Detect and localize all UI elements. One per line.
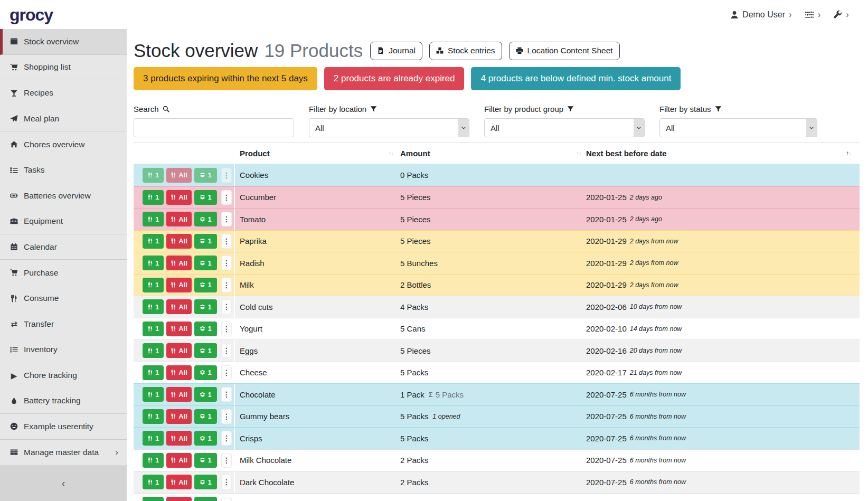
column-header-next-best-before-date[interactable]: Next best before date ↑↓: [581, 143, 860, 164]
sidebar-item-battery-tracking[interactable]: Battery tracking: [0, 388, 127, 414]
consume-all-button[interactable]: All: [166, 343, 192, 358]
sidebar-item-manage-master-data[interactable]: Manage master data›: [0, 440, 127, 466]
sidebar-collapse-button[interactable]: ‹: [0, 465, 127, 501]
row-menu-button[interactable]: ⋮: [221, 212, 232, 226]
consume-one-button[interactable]: 1: [143, 234, 164, 249]
sidebar-item-example-userentity[interactable]: Example userentity: [0, 414, 127, 440]
row-menu-button[interactable]: ⋮: [221, 322, 232, 336]
row-menu-button[interactable]: ⋮: [221, 497, 232, 501]
consume-all-button[interactable]: All: [166, 387, 192, 402]
open-one-button[interactable]: 1: [194, 299, 217, 314]
consume-one-button[interactable]: 1: [143, 212, 164, 226]
journal-button[interactable]: Journal: [370, 42, 422, 60]
sidebar-item-tasks[interactable]: Tasks: [0, 157, 127, 183]
consume-one-button[interactable]: 1: [143, 278, 164, 292]
app-logo[interactable]: grocy: [10, 6, 53, 23]
sidebar-item-chores-overview[interactable]: Chores overview: [0, 131, 127, 157]
row-menu-button[interactable]: ⋮: [221, 431, 232, 446]
consume-one-button[interactable]: 1: [143, 475, 164, 489]
open-one-button[interactable]: 1: [194, 256, 217, 270]
open-one-button[interactable]: 1: [194, 475, 217, 489]
open-one-button[interactable]: 1: [194, 168, 217, 183]
product-group-filter-select[interactable]: All: [484, 118, 645, 137]
consume-one-button[interactable]: 1: [143, 365, 164, 380]
open-one-button[interactable]: 1: [194, 190, 217, 205]
open-one-button[interactable]: 1: [194, 278, 217, 292]
consume-all-button[interactable]: All: [166, 322, 192, 336]
sidebar-item-equipment[interactable]: Equipment: [0, 209, 127, 234]
sidebar-item-transfer[interactable]: ⇄Transfer: [0, 311, 127, 337]
sidebar-item-consume[interactable]: Consume: [0, 286, 127, 311]
stock-entries-button[interactable]: Stock entries: [429, 42, 502, 60]
consume-all-button[interactable]: All: [166, 431, 192, 446]
consume-one-button[interactable]: 1: [143, 387, 164, 402]
sidebar-item-recipes[interactable]: Recipes: [0, 80, 127, 106]
open-one-button[interactable]: 1: [194, 409, 217, 424]
consume-one-button[interactable]: 1: [143, 409, 164, 424]
row-menu-button[interactable]: ⋮: [221, 190, 232, 205]
settings-menu[interactable]: ›: [805, 10, 821, 20]
open-one-button[interactable]: 1: [194, 234, 217, 249]
consume-one-button[interactable]: 1: [143, 322, 164, 336]
location-content-sheet-button[interactable]: Location Content Sheet: [509, 42, 620, 60]
open-one-button[interactable]: 1: [194, 365, 217, 380]
row-menu-button[interactable]: ⋮: [221, 299, 232, 314]
table-row: 1All1⋮Milk Chocolate2 Packs2020-07-256 m…: [134, 449, 860, 471]
consume-one-button[interactable]: 1: [143, 190, 164, 205]
column-header-product[interactable]: Product ↑↓: [235, 143, 395, 164]
sidebar-item-purchase[interactable]: Purchase: [0, 260, 127, 286]
row-menu-button[interactable]: ⋮: [221, 409, 232, 424]
open-one-button[interactable]: 1: [194, 431, 217, 446]
open-one-button[interactable]: 1: [194, 322, 217, 336]
sidebar-item-shopping-list[interactable]: Shopping list: [0, 55, 127, 81]
consume-all-button[interactable]: All: [166, 453, 192, 468]
sidebar-item-meal-plan[interactable]: Meal plan: [0, 106, 127, 132]
column-header-amount[interactable]: Amount ↑↓: [395, 143, 581, 164]
consume-one-button[interactable]: 1: [143, 343, 164, 358]
consume-all-button[interactable]: All: [166, 365, 192, 380]
open-one-button[interactable]: 1: [194, 387, 217, 402]
row-menu-button[interactable]: ⋮: [221, 168, 232, 183]
open-one-button[interactable]: 1: [194, 343, 217, 358]
search-input[interactable]: [134, 118, 294, 137]
row-menu-button[interactable]: ⋮: [221, 387, 232, 402]
row-menu-button[interactable]: ⋮: [221, 256, 232, 270]
consume-all-button[interactable]: All: [166, 497, 192, 501]
consume-all-button[interactable]: All: [166, 234, 192, 249]
status-banner[interactable]: 4 products are below defined min. stock …: [471, 67, 681, 90]
status-banner[interactable]: 3 products expiring within the next 5 da…: [134, 67, 317, 90]
consume-one-button[interactable]: 1: [143, 431, 164, 446]
row-menu-button[interactable]: ⋮: [221, 453, 232, 468]
row-menu-button[interactable]: ⋮: [221, 343, 232, 358]
sidebar-item-calendar[interactable]: Calendar: [0, 234, 127, 260]
row-menu-button[interactable]: ⋮: [221, 234, 232, 249]
consume-all-button[interactable]: All: [166, 190, 192, 205]
row-menu-button[interactable]: ⋮: [221, 475, 232, 489]
status-banner[interactable]: 2 products are already expired: [324, 67, 465, 90]
consume-one-button[interactable]: 1: [143, 497, 164, 501]
open-one-button[interactable]: 1: [194, 453, 217, 468]
consume-all-button[interactable]: All: [166, 299, 192, 314]
open-one-button[interactable]: 1: [194, 212, 217, 226]
user-menu[interactable]: Demo User ›: [730, 10, 792, 20]
consume-all-button[interactable]: All: [166, 409, 192, 424]
status-filter-select[interactable]: All: [659, 118, 817, 137]
consume-all-button[interactable]: All: [166, 212, 192, 226]
admin-menu[interactable]: ›: [833, 10, 849, 19]
consume-all-button[interactable]: All: [166, 278, 192, 292]
consume-one-button[interactable]: 1: [143, 168, 164, 183]
consume-one-button[interactable]: 1: [143, 453, 164, 468]
consume-one-button[interactable]: 1: [143, 299, 164, 314]
consume-all-button[interactable]: All: [166, 256, 192, 270]
location-filter-select[interactable]: All: [309, 118, 469, 137]
row-menu-button[interactable]: ⋮: [221, 278, 232, 292]
open-one-button[interactable]: 1: [194, 497, 217, 501]
sidebar-item-batteries-overview[interactable]: Batteries overview: [0, 183, 127, 209]
consume-all-button[interactable]: All: [166, 475, 192, 489]
row-menu-button[interactable]: ⋮: [221, 365, 232, 380]
sidebar-item-chore-tracking[interactable]: ▶Chore tracking: [0, 363, 127, 389]
consume-one-button[interactable]: 1: [143, 256, 164, 270]
sidebar-item-inventory[interactable]: Inventory: [0, 337, 127, 363]
consume-all-button[interactable]: All: [166, 168, 192, 183]
sidebar-item-stock-overview[interactable]: Stock overview: [0, 29, 127, 55]
